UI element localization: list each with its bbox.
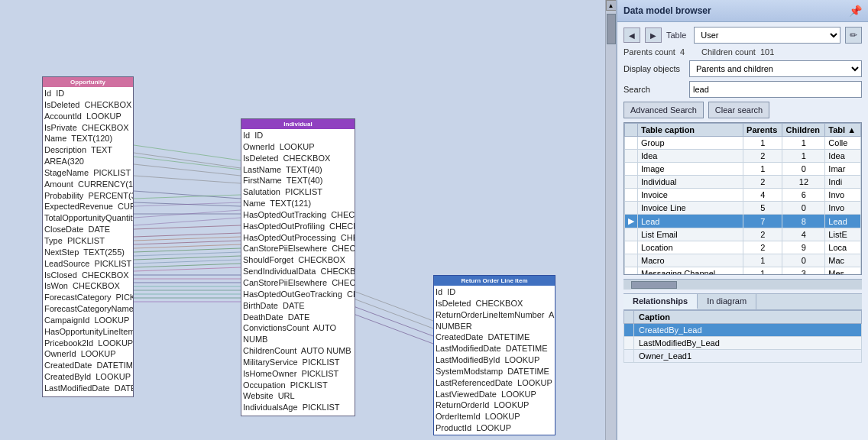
bottom-tabs: Relationships In diagram — [623, 294, 862, 310]
entity-header-opportunity: Opportunity — [43, 77, 133, 87]
cell-tabl: Mac — [825, 254, 861, 267]
svg-line-28 — [134, 252, 241, 256]
cell-caption: Invoice Line — [638, 202, 743, 215]
row-indicator — [625, 189, 638, 202]
entity-box-individual[interactable]: Individual Id IDOwnerId LOOKUPIsDeleted … — [241, 118, 355, 416]
cell-parents: 7 — [743, 215, 782, 228]
row-indicator — [625, 163, 638, 176]
tab-in-diagram[interactable]: In diagram — [698, 294, 756, 309]
svg-line-26 — [134, 237, 241, 241]
cell-tabl: Idea — [825, 150, 861, 163]
bottom-col-caption[interactable]: Caption — [634, 311, 862, 324]
display-row: Display objects Parents and children Par… — [623, 60, 862, 77]
cell-children: 9 — [782, 241, 825, 254]
cell-tabl: Lead — [825, 215, 861, 228]
entity-body-individual: Id IDOwnerId LOOKUPIsDeleted CHECKBOX La… — [241, 129, 355, 412]
svg-line-29 — [134, 260, 241, 264]
main-table-container[interactable]: Table caption Parents Children Tabl ▲ Gr… — [623, 122, 862, 275]
display-select[interactable]: Parents and children Parents only Childr… — [689, 60, 862, 77]
parents-count-label: Parents count — [623, 47, 675, 57]
scroll-up-button[interactable]: ▲ — [606, 0, 617, 11]
panel-header: Data model browser 📌 — [617, 0, 868, 22]
cell-tabl: Colle — [825, 137, 861, 150]
cell-caption: CreatedBy_Lead — [634, 324, 862, 337]
entity-body-opportunity: Id IDIsDeleted CHECKBOXAccountId LOOKUP … — [43, 87, 133, 393]
clear-search-button[interactable]: Clear search — [708, 102, 769, 118]
scroll-thumb[interactable] — [607, 14, 616, 44]
svg-line-27 — [134, 244, 241, 248]
action-buttons-row: Advanced Search Clear search — [623, 102, 862, 118]
pin-icon[interactable]: 📌 — [849, 5, 862, 17]
cell-tabl: Loca — [825, 241, 861, 254]
svg-line-7 — [134, 233, 241, 237]
svg-line-30 — [134, 267, 241, 271]
cell-children: 8 — [782, 215, 825, 228]
right-panel: Data model browser 📌 ◀ ▶ Table User ✏ Pa… — [616, 0, 868, 440]
svg-line-25 — [134, 218, 241, 225]
cell-children: 0 — [782, 163, 825, 176]
svg-line-2 — [134, 176, 241, 183]
svg-line-0 — [134, 153, 241, 168]
row-indicator — [624, 337, 634, 350]
svg-line-4 — [134, 202, 241, 206]
table-row[interactable]: Individual 2 12 Indi — [625, 176, 861, 189]
col-caption[interactable]: Table caption — [638, 124, 743, 137]
col-children[interactable]: Children — [782, 124, 825, 137]
cell-caption: Owner_Lead1 — [634, 350, 862, 363]
table-row[interactable]: List Email 2 4 ListE — [625, 228, 861, 241]
table-row[interactable]: Group 1 1 Colle — [625, 137, 861, 150]
entity-body-return-order: Id IDIsDeleted CHECKBOX ReturnOrderLineI… — [434, 286, 555, 431]
canvas-area[interactable]: Opportunity Id IDIsDeleted CHECKBOXAccou… — [0, 0, 605, 440]
row-indicator: ▶ — [625, 215, 638, 228]
svg-line-23 — [134, 202, 241, 206]
table-row[interactable]: Image 1 0 Imar — [625, 163, 861, 176]
cell-caption: Idea — [638, 150, 743, 163]
table-row[interactable]: Macro 1 0 Mac — [625, 254, 861, 267]
row-indicator — [625, 202, 638, 215]
entity-box-opportunity[interactable]: Opportunity Id IDIsDeleted CHECKBOXAccou… — [42, 76, 134, 397]
list-item[interactable]: LastModifiedBy_Lead — [624, 337, 862, 350]
col-indicator — [625, 124, 638, 137]
col-parents[interactable]: Parents — [743, 124, 782, 137]
svg-line-10 — [134, 256, 241, 260]
table-row[interactable]: Idea 2 1 Idea — [625, 150, 861, 163]
table-row[interactable]: Location 2 9 Loca — [625, 241, 861, 254]
bottom-table-container[interactable]: Caption CreatedBy_Lead LastModifiedBy_Le… — [623, 310, 862, 363]
tab-relationships[interactable]: Relationships — [623, 294, 698, 309]
panel-body: ◀ ▶ Table User ✏ Parents count 4 Childre… — [617, 22, 868, 440]
canvas-scrollbar[interactable]: ▲ — [605, 0, 616, 440]
cell-parents: 5 — [743, 202, 782, 215]
list-item[interactable]: CreatedBy_Lead — [624, 324, 862, 337]
search-input[interactable] — [689, 81, 862, 98]
svg-line-11 — [134, 264, 241, 267]
cell-parents: 2 — [743, 150, 782, 163]
table-row[interactable]: ▶ Lead 7 8 Lead — [625, 215, 861, 228]
cell-parents: 1 — [743, 267, 782, 276]
nav-forward-button[interactable]: ▶ — [645, 28, 662, 43]
h-scroll-thumb[interactable] — [631, 281, 677, 289]
col-tabl[interactable]: Tabl ▲ — [825, 124, 861, 137]
svg-line-9 — [134, 248, 241, 252]
cell-parents: 2 — [743, 228, 782, 241]
table-label: Table — [666, 31, 686, 40]
entity-box-return-order-line-item[interactable]: Return Order Line Item Id IDIsDeleted CH… — [433, 275, 555, 435]
counts-row: Parents count 4 Children count 101 — [623, 47, 862, 57]
table-row[interactable]: Invoice Line 5 0 Invo — [625, 202, 861, 215]
list-item[interactable]: Owner_Lead1 — [624, 350, 862, 363]
table-select[interactable]: User — [694, 27, 840, 44]
advanced-search-button[interactable]: Advanced Search — [623, 102, 704, 118]
children-count-value: 101 — [760, 47, 774, 57]
svg-line-21 — [134, 157, 241, 170]
h-scrollbar[interactable] — [623, 279, 862, 290]
edit-button[interactable]: ✏ — [845, 27, 862, 44]
row-indicator — [625, 254, 638, 267]
parents-count-value: 4 — [680, 47, 685, 57]
cell-children: 4 — [782, 228, 825, 241]
cell-parents: 1 — [743, 137, 782, 150]
svg-line-24 — [134, 210, 241, 218]
bottom-table: Caption CreatedBy_Lead LastModifiedBy_Le… — [623, 310, 862, 363]
table-row[interactable]: Messaging Channel 1 3 Mes — [625, 267, 861, 276]
nav-back-button[interactable]: ◀ — [623, 28, 640, 43]
cell-tabl: Mes — [825, 267, 861, 276]
table-row[interactable]: Invoice 4 6 Invo — [625, 189, 861, 202]
